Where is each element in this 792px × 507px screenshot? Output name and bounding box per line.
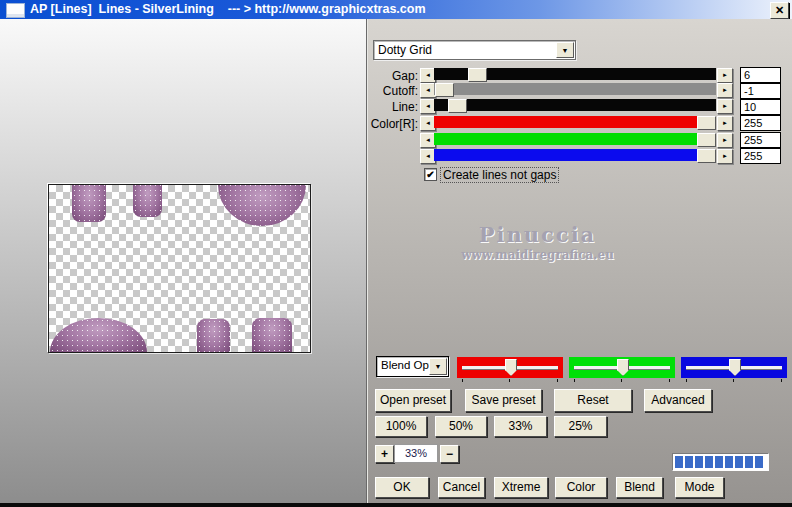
slider-thumb[interactable]	[617, 359, 629, 376]
red-mixer-slider[interactable]	[457, 357, 563, 378]
progress-segment	[695, 456, 703, 468]
color-blue-value[interactable]: 255	[740, 148, 781, 164]
preview-canvas[interactable]	[48, 184, 311, 353]
slider-thumb[interactable]	[697, 116, 716, 130]
tick-mark	[574, 379, 575, 382]
right-arrow-icon[interactable]: ►	[717, 149, 733, 164]
progress-segment	[745, 456, 753, 468]
preset-dropdown-value: Dotty Grid	[378, 43, 432, 57]
slider-thumb[interactable]	[505, 359, 517, 376]
slider-thumb[interactable]	[468, 68, 487, 82]
slider-thumb[interactable]	[697, 133, 716, 147]
watermark: Pinuccia www.maidiregrafica.eu	[425, 222, 650, 262]
preview-blob	[218, 184, 306, 226]
blend-options-dropdown[interactable]: Blend Opti ▼	[376, 356, 449, 377]
zoom-out-button[interactable]: −	[440, 445, 459, 463]
color-button[interactable]: Color	[555, 477, 607, 498]
preview-blob	[197, 319, 230, 353]
cutoff-slider[interactable]	[434, 83, 716, 95]
zoom-33-button[interactable]: 33%	[494, 416, 547, 437]
tick-mark	[557, 379, 558, 382]
advanced-button[interactable]: Advanced	[644, 389, 712, 412]
mode-button[interactable]: Mode	[675, 477, 724, 498]
zoom-in-button[interactable]: +	[375, 445, 394, 463]
watermark-name: Pinuccia	[425, 222, 650, 247]
preview-blob	[50, 318, 147, 353]
progress-segment	[715, 456, 723, 468]
tick-mark	[462, 379, 463, 382]
tick-mark	[733, 379, 734, 382]
preview-panel	[0, 19, 367, 503]
right-arrow-icon[interactable]: ►	[717, 83, 733, 98]
blend-button[interactable]: Blend	[616, 477, 663, 498]
progress-segment	[685, 456, 693, 468]
line-slider[interactable]	[434, 99, 716, 111]
plugin-window: AP [Lines] Lines - SilverLining --- > ht…	[0, 0, 792, 507]
progress-segment	[705, 456, 713, 468]
preview-blob	[252, 318, 292, 353]
progress-segment	[735, 456, 743, 468]
watermark-site: www.maidiregrafica.eu	[425, 248, 650, 262]
color-red-value[interactable]: 255	[740, 115, 781, 131]
app-window-icon	[6, 3, 25, 18]
preview-blob	[72, 184, 106, 222]
ok-button[interactable]: OK	[375, 477, 429, 498]
right-arrow-icon[interactable]: ►	[717, 133, 733, 148]
progress-bar	[672, 453, 769, 471]
zoom-50-button[interactable]: 50%	[435, 416, 487, 437]
color-red-slider[interactable]	[434, 116, 716, 128]
create-lines-checkbox-label[interactable]: Create lines not gaps	[440, 167, 559, 183]
color-blue-slider[interactable]	[434, 149, 716, 161]
color-r-label: Color[R]:	[366, 117, 418, 131]
right-arrow-icon[interactable]: ►	[717, 68, 733, 83]
preview-blob	[133, 184, 162, 217]
green-mixer-slider[interactable]	[569, 357, 675, 378]
chevron-down-icon[interactable]: ▼	[556, 42, 574, 58]
tick-mark	[686, 379, 687, 382]
right-arrow-icon[interactable]: ►	[717, 116, 733, 131]
open-preset-button[interactable]: Open preset	[375, 389, 451, 412]
line-label: Line:	[366, 100, 418, 114]
create-lines-checkbox[interactable]: ✔	[424, 168, 437, 181]
progress-segment	[675, 456, 683, 468]
tick-mark	[509, 379, 510, 382]
zoom-25-button[interactable]: 25%	[554, 416, 607, 437]
reset-button[interactable]: Reset	[554, 389, 632, 412]
tick-mark	[621, 379, 622, 382]
color-green-slider[interactable]	[434, 133, 716, 145]
right-arrow-icon[interactable]: ►	[717, 99, 733, 114]
line-value[interactable]: 10	[740, 99, 781, 115]
chevron-down-icon[interactable]: ▼	[429, 358, 447, 375]
blue-mixer-slider[interactable]	[681, 357, 787, 378]
slider-thumb[interactable]	[448, 99, 467, 113]
preset-dropdown[interactable]: Dotty Grid ▼	[373, 40, 576, 60]
window-bottom-edge	[0, 503, 792, 507]
gap-label: Gap:	[366, 69, 418, 83]
window-title: AP [Lines] Lines - SilverLining --- > ht…	[30, 2, 426, 16]
cancel-button[interactable]: Cancel	[438, 477, 485, 498]
titlebar[interactable]: AP [Lines] Lines - SilverLining --- > ht…	[0, 0, 792, 19]
zoom-100-button[interactable]: 100%	[375, 416, 427, 437]
gap-slider[interactable]	[434, 68, 716, 80]
progress-segment	[755, 456, 763, 468]
color-green-value[interactable]: 255	[740, 132, 781, 148]
slider-thumb[interactable]	[435, 83, 454, 97]
slider-thumb[interactable]	[729, 359, 741, 376]
zoom-level-display: 33%	[394, 444, 438, 463]
blend-options-value: Blend Opti	[381, 359, 429, 371]
xtreme-button[interactable]: Xtreme	[494, 477, 548, 498]
gap-value[interactable]: 6	[740, 67, 781, 83]
tick-mark	[781, 379, 782, 382]
progress-segment	[725, 456, 733, 468]
close-icon[interactable]: ✕	[770, 2, 789, 19]
tick-mark	[669, 379, 670, 382]
slider-thumb[interactable]	[697, 149, 716, 163]
save-preset-button[interactable]: Save preset	[465, 389, 542, 412]
cutoff-label: Cutoff:	[366, 84, 418, 98]
cutoff-value[interactable]: -1	[740, 83, 781, 99]
